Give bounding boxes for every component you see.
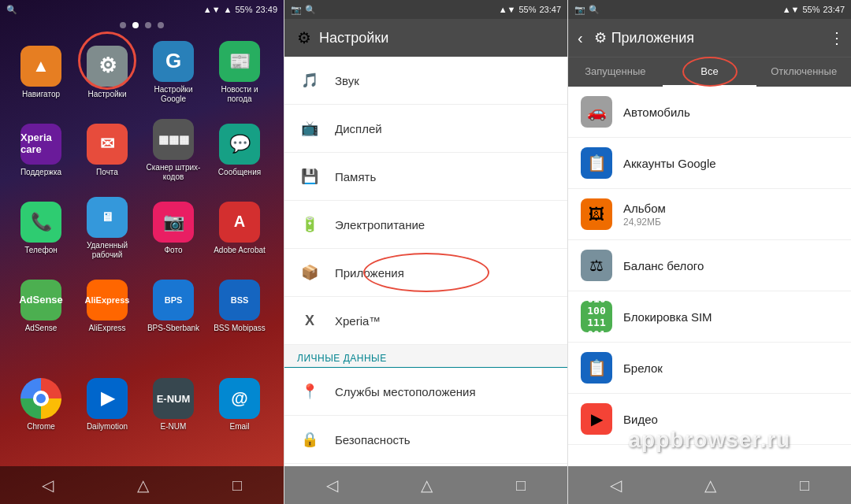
display-label: Дисплей (335, 122, 382, 135)
settings-icon: ⚙ (87, 46, 128, 87)
auto-info: Автомобиль (623, 106, 838, 119)
list-item-album[interactable]: 🖼 Альбом 24,92МБ (568, 189, 851, 240)
phone-label: Телефон (24, 246, 57, 255)
tab-all[interactable]: Все (663, 57, 757, 87)
barcode-icon: ▦▦▦ (153, 119, 194, 160)
settings-item-power[interactable]: 🔋 Электропитание (284, 201, 567, 249)
video-icon: ▶ (581, 403, 612, 435)
app-phone[interactable]: 📞 Телефон (9, 191, 72, 265)
settings-header-icon: ⚙ (297, 28, 311, 47)
list-item-white-balance[interactable]: ⚖ Баланс белого (568, 240, 851, 291)
app-bps[interactable]: BPS BPS-Sberbank (142, 269, 205, 343)
google-accounts-icon: 📋 (581, 147, 612, 179)
apps-header-icon: ⚙ (594, 29, 607, 46)
auto-icon: 🚗 (581, 96, 612, 128)
settings-item-apps[interactable]: 📦 Приложения (284, 249, 567, 297)
white-balance-info: Баланс белого (623, 259, 838, 272)
app-navigator[interactable]: ▲ Навигатор (9, 35, 72, 109)
email-label: Email (229, 422, 249, 432)
sim-lock-name: Блокировка SIM (623, 310, 838, 324)
app-adsense[interactable]: AdSense AdSense (9, 269, 72, 343)
app-mail[interactable]: ✉ Почта (76, 113, 139, 187)
app-settings[interactable]: ⚙ Настройки (76, 35, 139, 109)
home-button[interactable]: △ (137, 476, 149, 495)
tab-all-label: Все (700, 65, 718, 77)
bss-label: BSS Mobipass (214, 324, 266, 333)
settings-time: 23:47 (539, 5, 561, 14)
app-bss[interactable]: BSS BSS Mobipass (208, 269, 271, 343)
album-info: Альбом 24,92МБ (623, 202, 838, 228)
settings-item-language[interactable]: ⌨ Язык и ввод (284, 464, 567, 466)
settings-item-security[interactable]: 🔒 Безопасность (284, 416, 567, 464)
settings-status-left: 📷 🔍 (291, 5, 316, 15)
security-label: Безопасность (335, 433, 411, 447)
navigator-icon: ▲ (20, 46, 61, 87)
phone-icon: 📞 (20, 202, 61, 243)
recents-button[interactable]: □ (232, 476, 242, 495)
back-button[interactable]: ◁ (42, 476, 54, 495)
settings-item-display[interactable]: 📺 Дисплей (284, 105, 567, 153)
settings-back-button[interactable]: ◁ (326, 476, 338, 495)
settings-item-memory[interactable]: 💾 Память (284, 153, 567, 201)
settings-item-location[interactable]: 📍 Службы местоположения (284, 368, 567, 416)
news-label: Новости и погода (208, 85, 271, 104)
settings-home-button[interactable]: △ (421, 476, 433, 495)
list-item-google-accounts[interactable]: 📋 Аккаунты Google (568, 138, 851, 189)
security-icon: 🔒 (297, 427, 322, 452)
apps-label: Приложения (335, 266, 404, 280)
wifi-icon: ▲ (224, 5, 232, 14)
album-icon: 🖼 (581, 198, 612, 230)
app-enum[interactable]: E-NUM E-NUM (142, 346, 205, 463)
app-adobe[interactable]: A Adobe Acrobat (208, 191, 271, 265)
apps-back-button[interactable]: ‹ (571, 26, 589, 50)
list-item-auto[interactable]: 🚗 Автомобиль (568, 87, 851, 138)
apps-recents-nav-button[interactable]: □ (800, 476, 809, 495)
list-item-video[interactable]: ▶ Видео (568, 394, 851, 445)
app-dailymotion[interactable]: ▶ Dailymotion (76, 346, 139, 463)
app-news[interactable]: 📰 Новости и погода (208, 35, 271, 109)
rdp-icon: 🖥 (87, 197, 128, 238)
apps-icon: 📦 (297, 260, 322, 285)
apps-back-nav-button[interactable]: ◁ (610, 476, 622, 495)
tab-disabled[interactable]: Отключенные (756, 57, 851, 87)
app-photo[interactable]: 📷 Фото (142, 191, 205, 265)
dailymotion-label: Dailymotion (87, 422, 128, 432)
apps-list: 🚗 Автомобиль 📋 Аккаунты Google 🖼 Альбом … (568, 87, 851, 466)
tab-running-label: Запущенные (585, 65, 645, 77)
app-barcode[interactable]: ▦▦▦ Сканер штрих-кодов (142, 113, 205, 187)
settings-item-sound[interactable]: 🎵 Звук (284, 57, 567, 105)
settings-title: Настройки (319, 30, 388, 46)
signal-icon: ▲▼ (203, 5, 221, 14)
app-settings-google[interactable]: G Настройки Google (142, 35, 205, 109)
power-label: Электропитание (335, 218, 425, 232)
nav-bar-settings: ◁ △ □ (284, 466, 567, 504)
apps-home-nav-button[interactable]: △ (704, 476, 716, 495)
xperia-icon: X (297, 308, 322, 333)
album-size: 24,92МБ (623, 217, 838, 228)
app-email[interactable]: @ Email (208, 346, 271, 463)
apps-title: Приложения (611, 30, 824, 46)
settings-battery: 55% (518, 5, 536, 14)
chrome-label: Chrome (27, 422, 55, 432)
app-aliexpress[interactable]: AliExpress AliExpress (76, 269, 139, 343)
settings-recents-button[interactable]: □ (516, 476, 526, 495)
settings-item-xperia[interactable]: X Xperia™ (284, 297, 567, 345)
app-rdp[interactable]: 🖥 Удаленный рабочий (76, 191, 139, 265)
app-messages[interactable]: 💬 Сообщения (208, 113, 271, 187)
app-xperia-care[interactable]: Xperia care Поддержка (9, 113, 72, 187)
apps-time: 23:47 (823, 5, 845, 14)
status-bar-settings: 📷 🔍 ▲▼ 55% 23:47 (284, 0, 567, 19)
settings-status-icon: 📷 (291, 5, 302, 15)
home-screen: 🔍 ▲▼ ▲ 55% 23:49 ▲ Навигатор ⚙ Настройки… (0, 0, 284, 504)
more-options-button[interactable]: ⋮ (829, 28, 845, 47)
app-chrome[interactable]: Chrome (9, 346, 72, 463)
list-item-keychain[interactable]: 📋 Брелок (568, 343, 851, 394)
white-balance-icon: ⚖ (581, 250, 612, 281)
status-bar-right: ▲▼ ▲ 55% 23:49 (203, 5, 277, 14)
list-item-sim-lock[interactable]: 010100111001 Блокировка SIM (568, 291, 851, 343)
auto-name: Автомобиль (623, 106, 838, 119)
apps-search-icon: 🔍 (589, 5, 600, 15)
barcode-label: Сканер штрих-кодов (142, 163, 205, 182)
tab-running[interactable]: Запущенные (568, 57, 663, 87)
keychain-icon: 📋 (581, 352, 612, 384)
